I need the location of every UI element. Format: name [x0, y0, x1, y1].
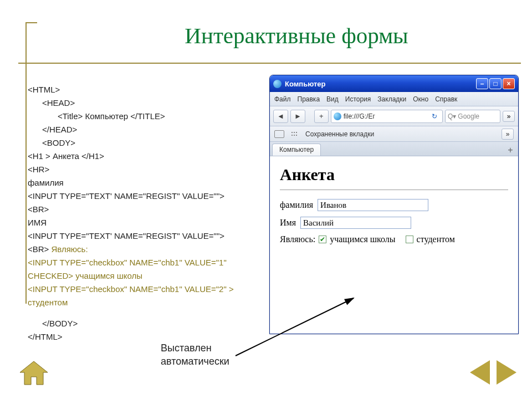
checkbox-student-univ[interactable] [406, 236, 413, 243]
annotation-caption: Выставлен автоматически [161, 341, 229, 369]
tab-active[interactable]: Компьютер [272, 144, 321, 156]
code-line: <HTML> [28, 83, 255, 96]
book-icon[interactable] [274, 130, 284, 138]
code-line: </BODY> [28, 317, 255, 330]
code-line: <BR> Являюсь: [28, 243, 255, 256]
iam-label: Являюсь: [280, 234, 315, 244]
code-line: </HEAD> [28, 123, 255, 136]
name-label: Имя [280, 218, 296, 228]
menu-view[interactable]: Вид [326, 95, 339, 103]
prev-slide-button[interactable] [470, 360, 490, 385]
code-line: ИМЯ [28, 216, 255, 229]
surname-input[interactable] [318, 199, 428, 211]
search-icon: Q▾ [448, 112, 456, 120]
bookmark-overflow-icon[interactable]: » [502, 129, 514, 140]
maximize-button[interactable]: □ [489, 78, 502, 89]
svg-marker-1 [20, 361, 48, 385]
surname-label: фамилия [280, 200, 313, 210]
close-button[interactable]: × [503, 78, 515, 89]
favicon-icon [273, 80, 282, 88]
menubar: Файл Правка Вид История Закладки Окно Сп… [270, 92, 518, 106]
name-input[interactable] [300, 217, 411, 229]
search-field[interactable]: Q▾ Google [445, 110, 500, 123]
code-line: фамилия [28, 176, 255, 190]
menu-window[interactable]: Окно [413, 95, 428, 103]
menu-edit[interactable]: Правка [298, 95, 320, 103]
grid-icon[interactable] [290, 130, 300, 138]
checkbox-student-school[interactable]: ✔ [319, 236, 326, 243]
code-line: <INPUT TYPE="TEXT' NAME="REGIST" VALUE="… [28, 229, 255, 243]
titlebar: Компьютер – □ × [270, 75, 518, 92]
code-line: <INPUT TYPE="checkbox" NAME="chb1" VALUE… [28, 283, 255, 309]
home-icon[interactable] [19, 360, 49, 387]
toolbar-overflow-icon[interactable]: » [503, 111, 515, 122]
menu-history[interactable]: История [345, 95, 371, 103]
code-line: <INPUT TYPE="checkbox" NAME="chb1" VALUE… [28, 256, 255, 283]
back-button[interactable]: ◄ [273, 110, 288, 123]
next-slide-button[interactable] [497, 360, 516, 385]
url-text: file:///G:/Ег [344, 112, 375, 120]
window-title: Компьютер [285, 80, 325, 88]
code-line: <BR> [28, 203, 255, 216]
code-listing: <HTML> <HEAD> <Title> Компьютер </TITLE>… [28, 83, 255, 344]
horizontal-rule [280, 190, 508, 190]
bookmark-bar: Сохраненные вкладки » [270, 126, 518, 142]
minimize-button[interactable]: – [476, 78, 488, 89]
code-line: <HR> [28, 163, 255, 176]
reload-icon[interactable]: ↻ [429, 112, 440, 120]
toolbar: ◄ ► + file:///G:/Ег ↻ Q▾ Google » [270, 106, 518, 126]
page-heading: Анкета [280, 165, 508, 184]
search-placeholder: Google [458, 112, 479, 120]
new-tab-button[interactable]: + [505, 145, 516, 156]
code-line: <INPUT TYPE="TEXT' NAME="REGIST" VALUE="… [28, 190, 255, 203]
code-line: <HEAD> [28, 96, 255, 110]
menu-help[interactable]: Справк [435, 95, 457, 103]
menu-bookmarks[interactable]: Закладки [377, 95, 406, 103]
add-button[interactable]: + [314, 110, 329, 123]
url-field[interactable]: file:///G:/Ег ↻ [331, 110, 443, 123]
bookmark-label[interactable]: Сохраненные вкладки [305, 130, 374, 138]
code-line: <BODY> [28, 136, 255, 150]
opt-school-label: учащимся школы [330, 234, 395, 244]
tab-bar: Компьютер + [270, 142, 518, 156]
opt-student-label: студентом [417, 234, 455, 244]
divider [18, 63, 521, 64]
code-line: <H1 > Анкета </H1> [28, 150, 255, 163]
site-icon [334, 112, 341, 120]
menu-file[interactable]: Файл [274, 95, 291, 103]
page-content: Анкета фамилия Имя Являюсь: ✔ учащимся ш… [270, 156, 518, 253]
browser-window: Компьютер – □ × Файл Правка Вид История … [269, 75, 519, 334]
code-line: <Title> Компьютер </TITLE> [28, 110, 255, 123]
nav-arrows [470, 360, 516, 385]
forward-button[interactable]: ► [290, 110, 305, 123]
slide-title: Интерактивные формы [72, 22, 521, 49]
